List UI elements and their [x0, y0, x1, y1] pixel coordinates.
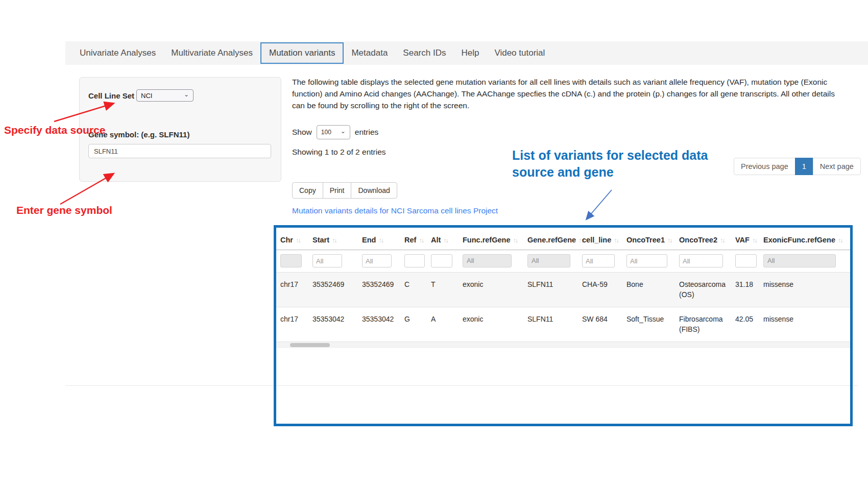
annotation-specify-data-source: Specify data source [4, 124, 105, 136]
show-label: Show [292, 128, 312, 137]
column-header-chr[interactable]: Chr↑↓ [276, 228, 308, 250]
sort-icon: ↑↓ [720, 237, 725, 244]
column-header-func-refgene[interactable]: Func.refGene↑↓ [459, 228, 523, 250]
cell-line-set-select[interactable]: NCI ⌄ [136, 89, 194, 102]
variants-table-container: Chr↑↓ Start↑↓ End↑↓ Ref↑↓ Alt↑↓ Func.ref… [274, 225, 853, 426]
mutation-variants-details-link[interactable]: Mutation variants details for NCI Sarcom… [292, 206, 498, 215]
page-length-value: 100 [321, 129, 331, 136]
column-header-oncotree1[interactable]: OncoTree1↑↓ [622, 228, 675, 250]
show-entries-control: Show 100 ⌄ entries [292, 125, 378, 139]
tab-help[interactable]: Help [453, 43, 487, 63]
controls-panel: Cell Line Set NCI ⌄ Gene symbol: (e.g. S… [79, 77, 281, 182]
filter-select-gene-refgene[interactable]: All [527, 254, 570, 267]
sort-icon: ↑↓ [296, 237, 300, 244]
table-row[interactable]: chr17 35352469 35352469 C T exonic SLFN1… [276, 273, 850, 307]
cell-line-set-value: NCI [141, 92, 152, 100]
chevron-down-icon: ⌄ [341, 128, 346, 134]
page-1-button[interactable]: 1 [795, 158, 813, 175]
sort-icon: ↑↓ [667, 237, 672, 244]
previous-page-button[interactable]: Previous page [734, 158, 795, 175]
annotation-list-of-variants: List of variants for selected data sourc… [512, 147, 708, 181]
tab-mutation-variants[interactable]: Mutation variants [260, 42, 344, 64]
filter-input-oncotree2[interactable] [679, 254, 723, 267]
tab-video-tutorial[interactable]: Video tutorial [487, 43, 552, 63]
variants-table: Chr↑↓ Start↑↓ End↑↓ Ref↑↓ Alt↑↓ Func.ref… [276, 228, 850, 341]
sort-icon: ↑↓ [513, 237, 517, 244]
arrow-list-of-variants [587, 190, 612, 219]
pagination: Previous page 1 Next page [734, 158, 861, 175]
chevron-down-icon: ⌄ [184, 91, 189, 97]
download-button[interactable]: Download [351, 182, 397, 199]
column-header-end[interactable]: End↑↓ [358, 228, 400, 250]
tab-multivariate-analyses[interactable]: Multivariate Analyses [163, 43, 260, 63]
filter-input-alt[interactable] [431, 254, 452, 267]
annotation-enter-gene-symbol: Enter gene symbol [16, 204, 112, 216]
scrollbar-thumb[interactable] [290, 343, 330, 347]
cell-line-set-label: Cell Line Set [88, 91, 134, 100]
showing-entries-status: Showing 1 to 2 of 2 entries [292, 148, 386, 157]
filter-input-oncotree1[interactable] [626, 254, 667, 267]
tab-metadata[interactable]: Metadata [344, 43, 395, 63]
filter-input-end[interactable] [362, 254, 392, 267]
column-header-oncotree2[interactable]: OncoTree2↑↓ [675, 228, 731, 250]
table-header-row: Chr↑↓ Start↑↓ End↑↓ Ref↑↓ Alt↑↓ Func.ref… [276, 228, 850, 250]
gene-symbol-label: Gene symbol: (e.g. SLFN11) [88, 130, 272, 139]
sort-icon: ↑↓ [752, 237, 757, 244]
gene-symbol-input[interactable] [88, 144, 271, 158]
table-description-text: The following table displays the selecte… [292, 77, 843, 112]
next-page-button[interactable]: Next page [813, 158, 861, 175]
sort-icon: ↑↓ [332, 237, 336, 244]
column-header-alt[interactable]: Alt↑↓ [427, 228, 459, 250]
filter-input-start[interactable] [312, 254, 342, 267]
tab-search-ids[interactable]: Search IDs [395, 43, 453, 63]
filter-select-exonicfunc-refgene[interactable]: All [763, 254, 836, 267]
column-header-vaf[interactable]: VAF↑↓ [731, 228, 759, 250]
copy-button[interactable]: Copy [292, 182, 323, 199]
column-header-gene-refgene[interactable]: Gene.refGene↑↓ [523, 228, 578, 250]
filter-input-cell-line[interactable] [582, 254, 615, 267]
entries-label: entries [355, 128, 379, 137]
horizontal-scrollbar[interactable] [276, 341, 850, 348]
filter-select-chr[interactable] [280, 254, 302, 267]
sort-icon: ↑↓ [838, 237, 842, 244]
table-row[interactable]: chr17 35353042 35353042 G A exonic SLFN1… [276, 307, 850, 342]
sort-icon: ↑↓ [614, 237, 618, 244]
tab-univariate-analyses[interactable]: Univariate Analyses [72, 43, 163, 63]
export-button-group: Copy Print Download [292, 182, 397, 199]
column-header-cell-line[interactable]: cell_line↑↓ [578, 228, 622, 250]
filter-input-vaf[interactable] [735, 254, 757, 267]
column-header-start[interactable]: Start↑↓ [308, 228, 358, 250]
page-length-select[interactable]: 100 ⌄ [317, 125, 350, 139]
main-navbar: Univariate Analyses Multivariate Analyse… [65, 41, 868, 65]
sort-icon: ↑↓ [419, 237, 423, 244]
table-filter-row: All All All [276, 250, 850, 273]
print-button[interactable]: Print [323, 182, 352, 199]
filter-select-func-refgene[interactable]: All [463, 254, 512, 267]
filter-input-ref[interactable] [404, 254, 425, 267]
column-header-exonicfunc-refgene[interactable]: ExonicFunc.refGene↑↓ [759, 228, 850, 250]
column-header-ref[interactable]: Ref↑↓ [400, 228, 427, 250]
sort-icon: ↑↓ [378, 237, 383, 244]
sort-icon: ↑↓ [443, 237, 448, 244]
